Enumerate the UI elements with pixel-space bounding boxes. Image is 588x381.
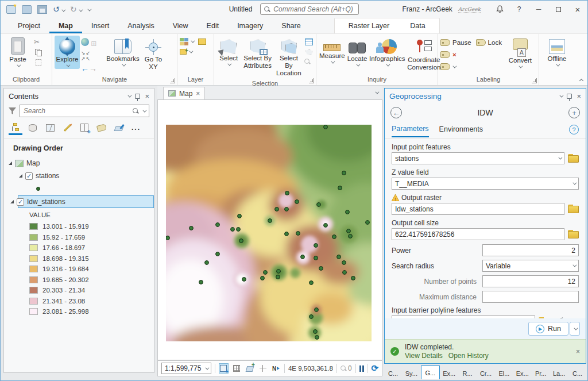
search-radius-combo[interactable]: Variable [482, 260, 579, 272]
close-map-tab-button[interactable]: × [196, 90, 200, 98]
output-cell-size-input[interactable] [392, 228, 564, 240]
tab-environments[interactable]: Environments [439, 125, 483, 137]
station-point[interactable] [239, 239, 243, 243]
contextual-tab-raster-layer[interactable]: Raster Layer [338, 20, 400, 32]
legend-item[interactable]: 19.316 - 19.684 [4, 264, 154, 275]
labeling-dialog-launcher[interactable] [532, 78, 537, 83]
stations-symbol-row[interactable] [4, 182, 154, 195]
idw-stations-checkbox[interactable]: ✓ [17, 198, 24, 206]
list-by-drawing-order-button[interactable] [10, 123, 21, 134]
attribute-table-button[interactable] [304, 38, 314, 46]
refresh-button[interactable]: ⟳ [371, 363, 378, 374]
list-by-snapping-button[interactable] [79, 123, 90, 134]
station-point[interactable] [342, 261, 346, 265]
save-project-icon[interactable] [37, 5, 47, 14]
ribbon-tab-project[interactable]: Project [9, 20, 49, 33]
offline-button[interactable]: Offline [542, 36, 572, 68]
browse-folder-icon[interactable] [539, 317, 550, 318]
station-point[interactable] [242, 278, 246, 282]
station-point[interactable] [261, 276, 265, 280]
legend-item[interactable]: 13.001 - 15.919 [4, 221, 154, 232]
input-point-features-combo[interactable]: stations [392, 152, 564, 164]
close-contents-button[interactable]: × [145, 93, 149, 100]
extent-arrows-icon[interactable]: ↘↙↗↖ [81, 50, 104, 61]
tree-item-map[interactable]: Map [4, 157, 154, 170]
list-by-labeling-button[interactable] [96, 123, 107, 134]
ribbon-tab-edit[interactable]: Edit [198, 20, 229, 33]
tab-list-button[interactable] [375, 88, 378, 96]
select-by-attributes-button[interactable]: Select By Attributes [242, 36, 273, 71]
station-point[interactable] [238, 214, 242, 218]
station-point[interactable] [349, 234, 353, 238]
browse-folder-icon[interactable] [568, 230, 579, 238]
coordinates-display[interactable]: 4E 9,503,361.8 [288, 365, 333, 372]
station-point[interactable] [310, 281, 314, 285]
station-point[interactable] [285, 207, 289, 211]
panel-tab-5[interactable]: Cr... [477, 368, 495, 379]
feature-cache-button[interactable] [245, 363, 255, 374]
station-point[interactable] [205, 261, 209, 265]
dismiss-message-button[interactable]: × [576, 348, 580, 356]
navigate-dialog-launcher[interactable] [170, 78, 175, 83]
clear-selection-button[interactable] [304, 48, 314, 56]
notifications-button[interactable] [490, 1, 509, 18]
new-project-icon[interactable] [6, 5, 16, 14]
measure-button[interactable]: Measure [319, 36, 346, 66]
zoom-to-selection-button[interactable] [304, 59, 314, 67]
station-point[interactable] [332, 235, 336, 239]
open-history-link[interactable]: Open History [448, 352, 489, 360]
panel-tab-0[interactable]: C... [384, 368, 402, 379]
go-to-xy-button[interactable]: Go To XY [142, 36, 165, 72]
browse-folder-icon[interactable] [568, 154, 579, 163]
convert-labels-button[interactable]: Convert [506, 36, 534, 70]
pin-panel-button[interactable] [135, 94, 140, 99]
full-extent-button[interactable]: ⊞ [81, 38, 104, 48]
paste-button[interactable]: Paste [3, 36, 33, 69]
station-point[interactable] [317, 203, 321, 207]
expand-collapse-icon[interactable] [10, 200, 14, 203]
station-point[interactable] [314, 330, 318, 334]
expand-collapse-icon[interactable] [19, 174, 22, 178]
tree-item-idw-stations[interactable]: ✓ Idw_stations [18, 195, 154, 208]
label-options-button[interactable] [440, 61, 471, 72]
number-of-points-input[interactable] [482, 275, 579, 287]
panel-tab-3[interactable]: Ex... [440, 368, 458, 379]
legend-item[interactable]: 15.92 - 17.659 [4, 232, 154, 243]
station-point[interactable] [338, 186, 342, 190]
panel-tab-8[interactable]: Pr... [532, 368, 550, 379]
scale-selector[interactable]: 1:1,599,775 [161, 363, 211, 374]
redo-button[interactable]: ↻ [70, 5, 82, 14]
undo-button[interactable]: ↺ [53, 5, 64, 14]
station-point[interactable] [315, 336, 319, 340]
station-point[interactable] [346, 210, 350, 214]
expand-collapse-icon[interactable] [9, 161, 12, 165]
station-point[interactable] [314, 256, 318, 260]
station-point[interactable] [343, 271, 347, 275]
open-project-icon[interactable] [22, 5, 32, 14]
ribbon-tab-insert[interactable]: Insert [82, 20, 118, 33]
station-point[interactable] [314, 244, 318, 248]
station-point[interactable] [296, 232, 300, 236]
legend-item[interactable]: 18.698 - 19.315 [4, 253, 154, 264]
ribbon-tab-share[interactable]: Share [272, 20, 310, 33]
open-another-tool-button[interactable]: + [568, 107, 580, 118]
panel-tab-2[interactable]: G... [421, 365, 440, 379]
map-canvas[interactable] [157, 99, 382, 360]
stations-checkbox[interactable]: ✓ [25, 172, 33, 180]
zoom-selection-indicator[interactable]: 0 [341, 364, 352, 372]
close-geoprocessing-button[interactable]: × [577, 93, 581, 100]
station-point[interactable] [268, 219, 272, 223]
panel-tab-10[interactable]: C... [568, 368, 586, 379]
station-point[interactable] [301, 255, 305, 259]
station-point[interactable] [366, 221, 370, 225]
station-point[interactable] [237, 228, 241, 232]
list-by-data-source-button[interactable] [27, 123, 38, 134]
station-point[interactable] [199, 280, 203, 284]
view-details-link[interactable]: View Details [405, 352, 443, 360]
station-point[interactable] [277, 270, 281, 274]
list-by-selection-button[interactable] [44, 123, 56, 134]
add-note-button[interactable]: + [180, 49, 192, 55]
explore-button[interactable]: Explore [55, 36, 80, 69]
pin-panel-button[interactable] [567, 94, 572, 99]
selection-dialog-launcher[interactable] [309, 78, 314, 83]
